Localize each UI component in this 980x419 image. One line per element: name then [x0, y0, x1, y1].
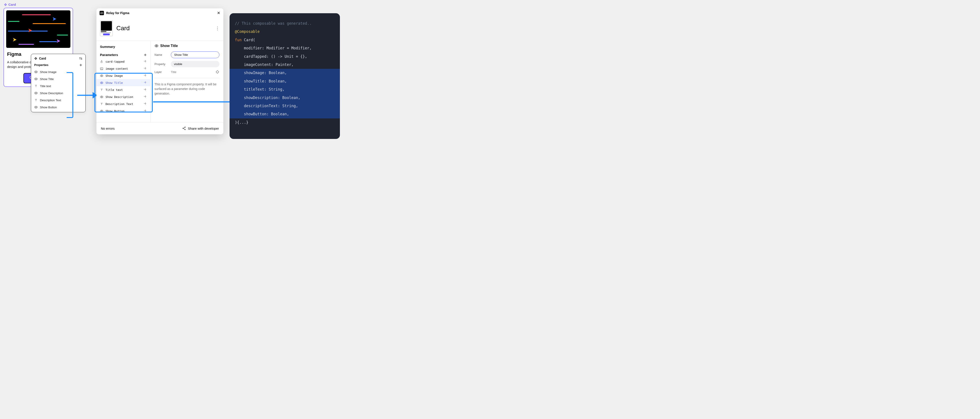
component-thumbnail	[100, 20, 113, 36]
relay-plugin-icon: </>	[100, 11, 104, 15]
code-line: ){...}	[235, 118, 335, 127]
name-input[interactable]: Show Title	[171, 51, 220, 58]
code-line: showImage: Boolean,	[235, 69, 335, 77]
code-line: showTitle: Boolean,	[235, 77, 335, 85]
kebab-menu-icon[interactable]: ⋮	[215, 25, 220, 31]
property-item-label: Show Button	[40, 106, 57, 109]
export-icon	[143, 67, 147, 71]
property-item-label: Show Description	[40, 92, 63, 95]
component-badge-label: Card	[8, 3, 16, 6]
property-item-label: Description Text	[40, 98, 61, 102]
parameter-item-label: card-tapped	[105, 60, 124, 63]
code-line: showButton: Boolean,	[235, 110, 335, 118]
flow-arrow-1	[77, 91, 97, 100]
property-item[interactable]: Show Title	[31, 75, 86, 83]
properties-header-label: Card	[39, 57, 46, 60]
detail-heading: Show Title	[160, 44, 178, 48]
code-line: showDescription: Boolean,	[235, 94, 335, 102]
export-icon	[143, 60, 147, 63]
svg-point-16	[185, 127, 185, 127]
svg-point-4	[35, 93, 37, 94]
property-label: Property	[154, 62, 168, 66]
relay-plugin-modal: </> Relay for Figma ✕ Card ⋮ Summary Par…	[97, 8, 223, 134]
hint-text: This is a Figma component property. It w…	[154, 78, 220, 96]
relay-right-column: Show Title Name Show Title Property visi…	[151, 41, 223, 122]
svg-point-8	[101, 68, 102, 68]
svg-point-14	[216, 71, 219, 73]
svg-point-13	[156, 45, 157, 46]
properties-header: Card	[31, 57, 86, 62]
svg-point-0	[80, 57, 81, 59]
svg-point-17	[185, 129, 185, 130]
property-item-label: Show Title	[40, 78, 54, 81]
code-panel: // This composable was generated..@Compo…	[229, 13, 340, 139]
eye-icon	[154, 44, 159, 48]
svg-rect-7	[100, 67, 103, 70]
code-line: fun Card(	[235, 36, 335, 44]
svg-point-2	[35, 71, 37, 72]
relay-title: Card	[116, 25, 130, 32]
crosshair-icon[interactable]	[215, 70, 220, 74]
svg-point-15	[183, 128, 183, 129]
name-label: Name	[154, 53, 168, 56]
code-line: modifier: Modifier = Modifier,	[235, 44, 335, 52]
property-item[interactable]: Show Button	[31, 104, 86, 111]
footer-status: No errors	[101, 127, 115, 130]
code-line: titleText: String,	[235, 85, 335, 94]
component-icon	[4, 3, 7, 6]
share-icon	[182, 126, 186, 130]
summary-label[interactable]: Summary	[100, 45, 115, 49]
property-item-label: Title text	[40, 84, 51, 88]
svg-point-1	[81, 59, 82, 60]
code-line: imageContent: Painter,	[235, 61, 335, 69]
plus-icon[interactable]	[79, 63, 82, 67]
property-item-label: Show Image	[40, 70, 57, 74]
code-line: descriptionText: String,	[235, 102, 335, 110]
sliders-icon[interactable]	[79, 57, 82, 60]
properties-panel: Card Properties Show ImageShow TitleTitl…	[31, 54, 86, 112]
svg-point-5	[35, 107, 37, 108]
property-item[interactable]: Title text	[31, 83, 86, 89]
parameters-label: Parameters	[100, 53, 118, 57]
selection-annotation	[94, 73, 153, 113]
layer-value: Title	[171, 70, 212, 74]
parameter-item[interactable]: image-content	[97, 65, 150, 72]
properties-section-title: Properties	[34, 63, 48, 67]
code-line: // This composable was generated..	[235, 19, 335, 27]
component-icon	[34, 57, 37, 60]
share-with-developer-button[interactable]: Share with developer	[182, 126, 219, 130]
svg-point-3	[35, 78, 37, 79]
component-badge: Card	[4, 3, 16, 6]
relay-plugin-name: Relay for Figma	[106, 11, 129, 15]
code-line: cardTapped: () -> Unit = {},	[235, 52, 335, 61]
parameter-item-label: image-content	[105, 67, 128, 70]
card-image	[6, 10, 70, 48]
property-input[interactable]: visible	[171, 61, 220, 67]
share-label: Share with developer	[188, 127, 219, 130]
close-icon[interactable]: ✕	[217, 11, 220, 16]
plus-icon[interactable]	[144, 53, 147, 56]
property-item[interactable]: Show Image	[31, 68, 86, 75]
bracket-annotation	[67, 72, 73, 118]
parameter-item[interactable]: card-tapped	[97, 58, 150, 65]
code-line: @Composable	[235, 27, 335, 36]
layer-label: Layer	[154, 70, 168, 74]
